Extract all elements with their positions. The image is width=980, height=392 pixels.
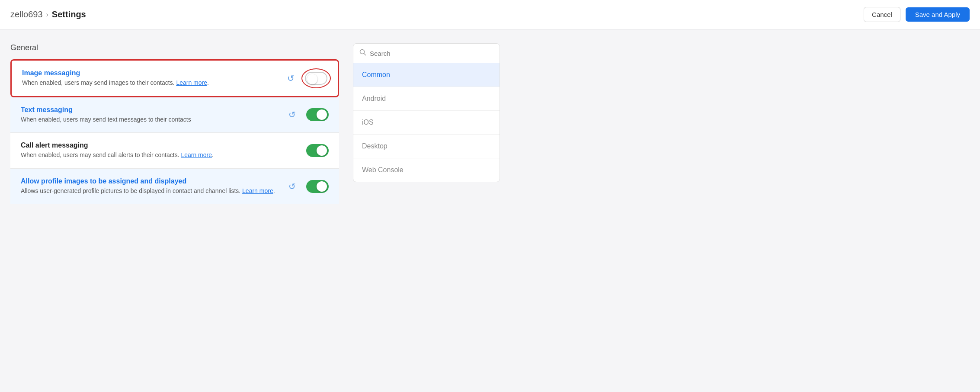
toggle-track-image-messaging	[305, 72, 327, 85]
save-apply-button[interactable]: Save and Apply	[906, 7, 970, 22]
sidebar: CommonAndroidiOSDesktopWeb Console	[353, 43, 500, 204]
toggle-track-text-messaging	[306, 108, 329, 121]
toggle-wrapper-call-alert-messaging	[306, 144, 329, 157]
toggle-thumb-profile-images	[317, 181, 327, 192]
search-icon	[359, 49, 366, 58]
section-title: General	[10, 43, 339, 52]
breadcrumb-chevron: ›	[46, 11, 48, 19]
header-actions: Cancel Save and Apply	[864, 7, 970, 22]
breadcrumb: zello693 › Settings	[10, 10, 86, 19]
reset-icon-profile-images[interactable]: ↺	[288, 182, 296, 191]
settings-container: Image messagingWhen enabled, users may s…	[10, 59, 339, 204]
toggle-text-messaging[interactable]	[306, 108, 329, 121]
sidebar-item-common[interactable]: Common	[353, 63, 500, 87]
toggle-profile-images[interactable]	[306, 180, 329, 193]
setting-row-inner-profile-images: Allow profile images to be assigned and …	[10, 169, 339, 205]
toggle-wrapper-image-messaging	[305, 72, 327, 85]
setting-desc-image-messaging: When enabled, users may send images to t…	[22, 79, 277, 87]
svg-line-1	[364, 54, 366, 55]
toggle-wrapper-text-messaging	[306, 108, 329, 121]
setting-row-profile-images: Allow profile images to be assigned and …	[10, 169, 339, 205]
setting-row-inner-image-messaging: Image messagingWhen enabled, users may s…	[12, 61, 338, 96]
highlighted-wrapper-image-messaging: Image messagingWhen enabled, users may s…	[10, 59, 339, 97]
learn-more-link-profile-images[interactable]: Learn more	[242, 187, 273, 194]
setting-controls-call-alert-messaging	[306, 144, 329, 157]
search-input[interactable]	[370, 50, 493, 57]
toggle-track-profile-images	[306, 180, 329, 193]
reset-icon-text-messaging[interactable]: ↺	[288, 110, 296, 119]
setting-row-inner-text-messaging: Text messagingWhen enabled, users may se…	[10, 97, 339, 133]
setting-row-image-messaging: Image messagingWhen enabled, users may s…	[10, 59, 339, 97]
setting-row-inner-call-alert-messaging: Call alert messagingWhen enabled, users …	[10, 133, 339, 169]
page-title: Settings	[52, 10, 86, 19]
learn-more-link-call-alert-messaging[interactable]: Learn more	[181, 151, 212, 158]
toggle-wrapper-profile-images	[306, 180, 329, 193]
setting-desc-profile-images: Allows user-generated profile pictures t…	[21, 187, 278, 196]
setting-title-text-messaging: Text messaging	[21, 106, 278, 114]
sidebar-item-android[interactable]: Android	[353, 87, 500, 111]
learn-more-link-image-messaging[interactable]: Learn more	[176, 79, 207, 86]
content-area: General Image messagingWhen enabled, use…	[10, 43, 339, 204]
toggle-track-call-alert-messaging	[306, 144, 329, 157]
toggle-call-alert-messaging[interactable]	[306, 144, 329, 157]
toggle-thumb-image-messaging	[307, 74, 317, 84]
sidebar-item-ios[interactable]: iOS	[353, 111, 500, 135]
sidebar-nav: CommonAndroidiOSDesktopWeb Console	[353, 63, 500, 182]
search-wrapper	[353, 44, 500, 63]
sidebar-card: CommonAndroidiOSDesktopWeb Console	[353, 43, 500, 182]
sidebar-item-web-console[interactable]: Web Console	[353, 158, 500, 182]
setting-title-profile-images: Allow profile images to be assigned and …	[21, 177, 278, 185]
setting-controls-profile-images: ↺	[288, 180, 329, 193]
setting-info-image-messaging: Image messagingWhen enabled, users may s…	[22, 69, 277, 87]
toggle-thumb-text-messaging	[317, 109, 327, 120]
main-layout: General Image messagingWhen enabled, use…	[0, 29, 692, 218]
toggle-thumb-call-alert-messaging	[317, 145, 327, 156]
setting-title-call-alert-messaging: Call alert messaging	[21, 141, 296, 149]
sidebar-item-desktop[interactable]: Desktop	[353, 135, 500, 158]
setting-desc-text-messaging: When enabled, users may send text messag…	[21, 116, 278, 124]
reset-icon-image-messaging[interactable]: ↺	[287, 74, 295, 83]
setting-row-call-alert-messaging: Call alert messagingWhen enabled, users …	[10, 133, 339, 169]
header: zello693 › Settings Cancel Save and Appl…	[0, 0, 980, 29]
setting-info-profile-images: Allow profile images to be assigned and …	[21, 177, 278, 196]
org-name: zello693	[10, 10, 43, 19]
setting-title-image-messaging: Image messaging	[22, 69, 277, 77]
setting-row-text-messaging: Text messagingWhen enabled, users may se…	[10, 97, 339, 133]
toggle-image-messaging[interactable]	[305, 72, 327, 85]
setting-controls-image-messaging: ↺	[287, 72, 327, 85]
cancel-button[interactable]: Cancel	[864, 7, 900, 22]
setting-desc-call-alert-messaging: When enabled, users may send call alerts…	[21, 151, 296, 160]
setting-controls-text-messaging: ↺	[288, 108, 329, 121]
setting-info-text-messaging: Text messagingWhen enabled, users may se…	[21, 106, 278, 124]
setting-info-call-alert-messaging: Call alert messagingWhen enabled, users …	[21, 141, 296, 160]
